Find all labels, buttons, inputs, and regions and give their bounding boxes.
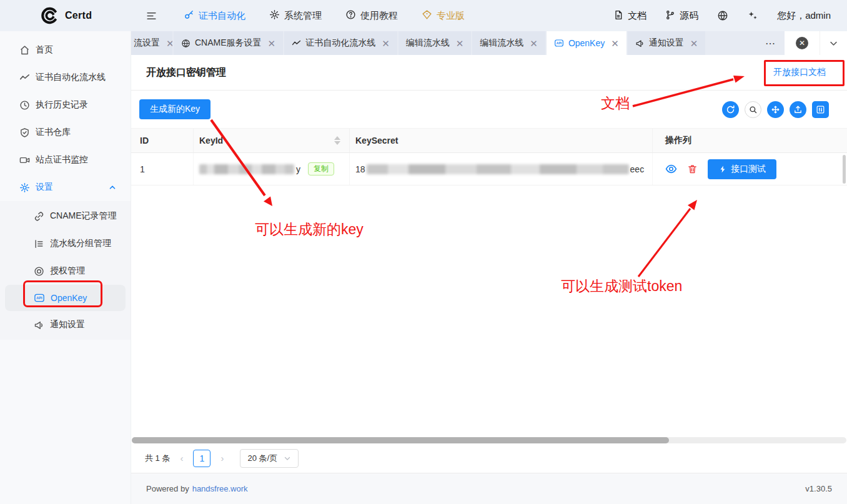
sidebar-nav: 首页 证书自动化流水线 执行历史记录 证书仓库 <box>0 31 131 340</box>
logo[interactable]: Certd <box>0 6 131 25</box>
page-number-button[interactable]: 1 <box>193 450 211 467</box>
export-icon[interactable] <box>790 101 806 118</box>
search-icon[interactable] <box>745 101 761 118</box>
column-header-keysecret[interactable]: KeySecret <box>350 129 653 152</box>
nav-tutorial[interactable]: 使用教程 <box>345 9 398 22</box>
bolt-icon <box>718 165 727 174</box>
close-all-tabs-button[interactable]: ✕ <box>785 31 820 55</box>
delete-icon[interactable] <box>687 164 698 174</box>
close-icon[interactable]: ✕ <box>268 39 276 48</box>
tab-label: OpenKey <box>568 38 605 48</box>
cell-keysecret: 18 eec <box>350 153 653 185</box>
target-icon <box>34 266 44 277</box>
tab-openkey[interactable]: API OpenKey ✕ <box>547 31 627 55</box>
svg-text:API: API <box>36 296 42 300</box>
api-test-button[interactable]: 接口测试 <box>708 159 776 179</box>
header-nav: 证书自动化 系统管理 使用教程 专业版 <box>184 9 465 22</box>
sidebar-item-label: 站点证书监控 <box>36 154 88 166</box>
compact-mode-icon[interactable] <box>767 101 784 118</box>
page-size-value: 20 条/页 <box>247 453 277 464</box>
horizontal-scrollbar[interactable] <box>132 437 846 443</box>
chevron-up-icon[interactable] <box>108 183 117 192</box>
handsfree-link[interactable]: handsfree.work <box>192 484 248 493</box>
user-greeting[interactable]: 您好，admin <box>777 10 831 22</box>
generate-key-button[interactable]: 生成新的Key <box>139 99 211 119</box>
sparkles-icon[interactable] <box>747 10 758 21</box>
docs-link[interactable]: 文档 <box>613 10 646 22</box>
open-api-doc-link[interactable]: 开放接口文档 <box>773 67 826 78</box>
close-icon[interactable]: ✕ <box>382 39 390 48</box>
megaphone-icon <box>635 39 645 48</box>
version-text: v1.30.5 <box>805 484 832 493</box>
sidebar-item-pipelines[interactable]: 证书自动化流水线 <box>0 64 131 91</box>
vertical-scrollbar[interactable] <box>843 155 846 184</box>
redacted-keysecret <box>367 164 629 174</box>
sidebar-subitem-pipeline-groups[interactable]: 流水线分组管理 <box>0 230 131 257</box>
circle-close-icon: ✕ <box>796 37 808 49</box>
tab-pipelines[interactable]: 证书自动化流水线 ✕ <box>284 31 397 55</box>
sidebar-item-site-monitor[interactable]: 站点证书监控 <box>0 146 131 174</box>
page-size-select[interactable]: 20 条/页 <box>240 449 299 468</box>
sidebar-item-label: 执行历史记录 <box>36 99 88 111</box>
copy-tag-button[interactable]: 复制 <box>308 162 334 175</box>
megaphone-icon <box>34 320 44 330</box>
tab-label: 证书自动化流水线 <box>305 37 375 49</box>
close-icon[interactable]: ✕ <box>611 39 619 48</box>
nav-pro-edition[interactable]: 专业版 <box>422 9 465 22</box>
sidebar-subitem-notify-settings[interactable]: 通知设置 <box>0 311 131 338</box>
table: ID KeyId KeySecret 操作列 1 y 复制 18 e <box>131 128 847 437</box>
column-settings-icon[interactable] <box>812 101 829 118</box>
sort-icon[interactable] <box>334 136 340 145</box>
tab-label: 编辑流水线 <box>406 37 450 49</box>
nav-cert-automation[interactable]: 证书自动化 <box>184 9 245 22</box>
sidebar-subitem-auth-manage[interactable]: 授权管理 <box>0 257 131 285</box>
sidebar-subitem-cname[interactable]: CNAME记录管理 <box>0 202 131 230</box>
close-icon[interactable]: ✕ <box>530 39 538 48</box>
tab-settings-partial[interactable]: 流设置 ✕ <box>131 31 172 55</box>
app-window: Certd 证书自动化 系统管理 使用教程 <box>0 0 847 504</box>
document-icon <box>613 10 623 22</box>
close-icon[interactable]: ✕ <box>456 39 464 48</box>
tab-notify-settings[interactable]: 通知设置 ✕ <box>628 31 706 55</box>
tab-edit-pipeline-1[interactable]: 编辑流水线 ✕ <box>399 31 472 55</box>
language-globe-icon[interactable] <box>717 10 728 21</box>
column-header-operations: 操作列 <box>653 129 847 152</box>
menu-fold-icon[interactable] <box>146 10 157 22</box>
sidebar-item-home[interactable]: 首页 <box>0 36 131 64</box>
refresh-icon[interactable] <box>722 101 739 118</box>
nav-system-manage[interactable]: 系统管理 <box>269 9 322 22</box>
main-content: 开放接口密钥管理 开放接口文档 生成新的Key <box>131 55 847 504</box>
tab-list-dropdown[interactable] <box>820 31 847 55</box>
scrollbar-thumb[interactable] <box>132 437 669 443</box>
pro-badge-icon <box>422 9 432 22</box>
source-code-link[interactable]: 源码 <box>665 10 698 22</box>
keysecret-suffix: eec <box>630 164 645 174</box>
home-icon <box>19 45 30 56</box>
sidebar-item-settings[interactable]: 设置 <box>0 174 131 201</box>
table-header-row: ID KeyId KeySecret 操作列 <box>131 128 847 153</box>
link-icon <box>34 211 44 222</box>
more-tabs-icon[interactable]: ⋯ <box>757 37 785 49</box>
certd-logo-icon <box>40 6 59 25</box>
page-title: 开放接口密钥管理 <box>146 66 226 79</box>
logo-text: Certd <box>65 10 92 21</box>
git-branch-icon <box>665 10 675 22</box>
total-count: 共 1 条 <box>145 453 170 464</box>
sidebar-item-cert-repo[interactable]: 证书仓库 <box>0 119 131 146</box>
tab-cname-service[interactable]: CNAME服务设置 ✕ <box>174 31 283 55</box>
tab-edit-pipeline-2[interactable]: 编辑流水线 ✕ <box>472 31 545 55</box>
sidebar-item-label: 授权管理 <box>50 265 85 277</box>
column-header-id[interactable]: ID <box>131 129 194 152</box>
toolbar: 生成新的Key <box>131 91 847 128</box>
close-icon[interactable]: ✕ <box>166 39 172 48</box>
sidebar-item-history[interactable]: 执行历史记录 <box>0 91 131 119</box>
close-icon[interactable]: ✕ <box>690 39 698 48</box>
prev-page-icon[interactable]: ‹ <box>177 453 186 463</box>
tab-label: 通知设置 <box>649 37 684 49</box>
footer: Powered by handsfree.work v1.30.5 <box>131 473 847 504</box>
next-page-icon[interactable]: › <box>218 453 226 463</box>
tab-label: CNAME服务设置 <box>195 37 262 49</box>
column-header-keyid[interactable]: KeyId <box>194 129 350 152</box>
sidebar-subitem-openkey[interactable]: API OpenKey <box>5 285 126 311</box>
view-icon[interactable] <box>665 163 677 175</box>
